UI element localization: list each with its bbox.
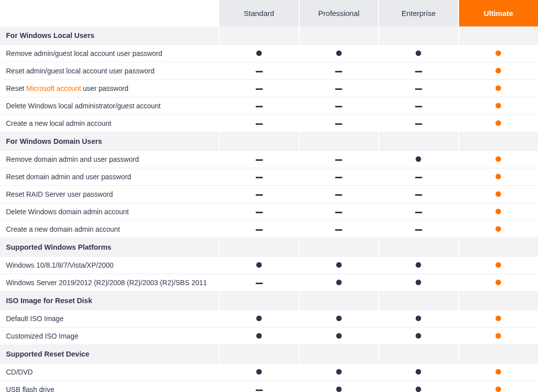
dash-icon	[256, 283, 263, 284]
dot-icon	[416, 50, 421, 56]
section-spacer	[459, 292, 538, 310]
feature-row: USB flash drive	[0, 381, 538, 392]
dash-icon	[256, 212, 263, 213]
feature-label: Windows 10/8.1/8/7/Vista/XP/2000	[0, 257, 219, 274]
dot-icon	[256, 333, 262, 339]
feature-yes	[459, 97, 538, 115]
feature-no	[299, 151, 379, 168]
dash-icon	[256, 71, 263, 72]
section-spacer	[299, 345, 379, 364]
feature-yes	[459, 115, 538, 132]
dot-icon	[336, 369, 342, 375]
dash-icon	[256, 194, 263, 196]
dot-icon	[496, 280, 501, 285]
dot-icon	[496, 174, 501, 179]
dash-icon	[415, 229, 422, 231]
dot-icon	[256, 262, 262, 268]
feature-yes	[299, 310, 379, 328]
dash-icon	[415, 123, 422, 125]
feature-yes	[459, 45, 538, 62]
dot-icon	[496, 226, 501, 232]
dot-icon	[416, 156, 421, 162]
feature-no	[219, 221, 299, 238]
feature-no	[299, 80, 379, 97]
dash-icon	[256, 88, 263, 90]
feature-row: Create a new local admin account	[0, 115, 538, 132]
feature-yes	[379, 364, 458, 381]
feature-yes	[219, 364, 299, 381]
section-row: Supported Reset Device	[0, 345, 538, 364]
feature-row: Customized ISO Image	[0, 328, 538, 345]
feature-no	[299, 168, 379, 186]
feature-no	[219, 151, 299, 168]
feature-label: Remove admin/guest local account user pa…	[0, 45, 219, 62]
feature-yes	[459, 274, 538, 292]
dash-icon	[256, 229, 263, 231]
comparison-body: For Windows Local UsersRemove admin/gues…	[0, 26, 538, 392]
feature-label: Reset RAID Server user password	[0, 186, 219, 203]
dash-icon	[256, 159, 263, 161]
feature-label: Delete Windows local administrator/guest…	[0, 97, 219, 115]
dot-icon	[496, 316, 501, 321]
section-row: For Windows Domain Users	[0, 132, 538, 151]
section-spacer	[299, 292, 379, 310]
section-title: ISO Image for Reset Disk	[0, 292, 219, 310]
dash-icon	[335, 88, 342, 90]
section-spacer	[219, 238, 299, 257]
comparison-table: StandardProfessionalEnterpriseUltimate F…	[0, 0, 538, 392]
feature-no	[219, 62, 299, 80]
section-title: Supported Windows Platforms	[0, 238, 219, 257]
dot-icon	[416, 262, 421, 268]
feature-no	[299, 186, 379, 203]
feature-yes	[379, 381, 458, 392]
section-spacer	[379, 26, 458, 45]
section-row: Supported Windows Platforms	[0, 238, 538, 257]
dot-icon	[496, 191, 501, 197]
feature-yes	[299, 328, 379, 345]
feature-label: Remove domain admin and user password	[0, 151, 219, 168]
dot-icon	[256, 316, 262, 321]
feature-yes	[299, 364, 379, 381]
dot-icon	[496, 120, 501, 126]
feature-yes	[459, 364, 538, 381]
feature-no	[299, 203, 379, 221]
dot-icon	[416, 387, 421, 392]
feature-row: Reset domain admin and user password	[0, 168, 538, 186]
feature-yes	[459, 151, 538, 168]
dot-icon	[336, 387, 342, 392]
dot-icon	[416, 316, 421, 321]
section-spacer	[219, 292, 299, 310]
feature-yes	[459, 257, 538, 274]
feature-row: Delete Windows local administrator/guest…	[0, 97, 538, 115]
feature-yes	[459, 310, 538, 328]
dot-icon	[256, 369, 262, 375]
dot-icon	[416, 333, 421, 339]
feature-no	[379, 186, 458, 203]
dot-icon	[496, 333, 501, 339]
dot-icon	[336, 280, 342, 285]
feature-no	[379, 203, 458, 221]
dot-icon	[496, 369, 501, 375]
feature-row: Create a new domain admin account	[0, 221, 538, 238]
section-spacer	[299, 26, 379, 45]
feature-no	[379, 221, 458, 238]
feature-yes	[379, 257, 458, 274]
section-title: Supported Reset Device	[0, 345, 219, 364]
feature-no	[219, 80, 299, 97]
dash-icon	[335, 106, 342, 107]
feature-row: CD/DVD	[0, 364, 538, 381]
dot-icon	[496, 209, 501, 214]
inline-link[interactable]: Microsoft account	[26, 84, 81, 92]
dot-icon	[336, 50, 342, 56]
feature-yes	[299, 274, 379, 292]
feature-no	[219, 97, 299, 115]
dash-icon	[335, 159, 342, 161]
plan-header-row: StandardProfessionalEnterpriseUltimate	[0, 0, 538, 26]
feature-no	[299, 221, 379, 238]
feature-yes	[299, 381, 379, 392]
dash-icon	[335, 177, 342, 178]
feature-row: Delete Windows domain admin account	[0, 203, 538, 221]
feature-yes	[459, 62, 538, 80]
feature-row: Reset RAID Server user password	[0, 186, 538, 203]
feature-yes	[379, 274, 458, 292]
